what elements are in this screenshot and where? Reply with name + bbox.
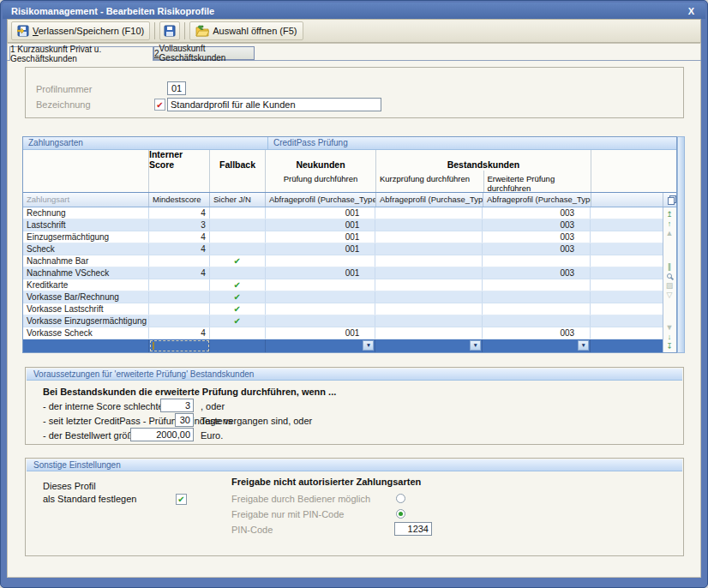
cell-sicher[interactable] xyxy=(210,339,266,352)
cell-filler[interactable] xyxy=(591,291,663,303)
tab-kurzauskunft[interactable]: 1 Kurzauskunft Privat u. Geschäftskunden xyxy=(9,46,153,61)
cell-filler[interactable] xyxy=(591,207,663,219)
sort-icon[interactable]: ▨ xyxy=(663,282,675,290)
cell-erweiterte-profil[interactable]: 003 xyxy=(483,243,591,255)
cell-mindestscore-focused[interactable] xyxy=(149,339,210,352)
cell-mindestscore[interactable] xyxy=(149,255,210,267)
exit-save-button[interactable]: Verlassen/Speichern (F10) xyxy=(11,21,150,40)
col-mindestscore[interactable]: Mindestscore xyxy=(149,193,210,207)
col-abfrageprofil-erw[interactable]: Abfrageprofil (Purchase_Type) xyxy=(483,193,591,207)
cell-sicher[interactable]: ✔ xyxy=(210,255,266,267)
cell-erweiterte-profil[interactable]: ▼ xyxy=(483,339,591,352)
cell-filler[interactable] xyxy=(591,219,663,231)
cell-filler[interactable] xyxy=(591,243,663,255)
last-record-icon[interactable]: ↧ xyxy=(663,343,675,351)
cell-mindestscore[interactable] xyxy=(149,279,210,291)
cell-neukunden-profil[interactable] xyxy=(266,279,376,291)
tab-vollauskunft[interactable]: 2 Vollauskunft Geschäftskunden xyxy=(153,46,255,60)
next-page-icon[interactable]: ↓ xyxy=(663,333,675,341)
cell-kurzpruefung-profil[interactable] xyxy=(375,219,483,231)
cell-mindestscore[interactable] xyxy=(149,315,210,327)
pin-code-input[interactable] xyxy=(394,522,432,536)
rule2-input[interactable] xyxy=(175,413,194,427)
cell-mindestscore[interactable] xyxy=(149,303,210,315)
cell-neukunden-profil[interactable] xyxy=(266,255,376,267)
cell-kurzpruefung-profil[interactable] xyxy=(375,327,483,339)
cell-sicher[interactable] xyxy=(210,327,266,339)
dropdown-button[interactable]: ▼ xyxy=(470,340,481,351)
cell-neukunden-profil[interactable] xyxy=(266,303,376,315)
cell-kurzpruefung-profil[interactable] xyxy=(375,231,483,243)
cell-kurzpruefung-profil[interactable]: ▼ xyxy=(375,339,483,352)
cell-filler[interactable] xyxy=(591,267,663,279)
cell-sicher[interactable] xyxy=(210,231,266,243)
cell-zahlungsart[interactable]: Nachnahme Bar xyxy=(23,255,149,267)
cell-zahlungsart[interactable]: Scheck xyxy=(23,243,149,255)
cell-neukunden-profil[interactable]: 001 xyxy=(266,267,376,279)
cell-kurzpruefung-profil[interactable] xyxy=(375,267,483,279)
cell-kurzpruefung-profil[interactable] xyxy=(375,291,483,303)
close-button[interactable]: X xyxy=(686,6,697,16)
cell-mindestscore[interactable]: 4 xyxy=(149,207,210,219)
cell-sicher[interactable] xyxy=(210,243,266,255)
cell-erweiterte-profil[interactable]: 003 xyxy=(483,231,591,243)
next-record-icon[interactable]: ▼ xyxy=(663,324,675,332)
cell-zahlungsart[interactable]: Nachnahme VScheck xyxy=(23,267,149,279)
cell-filler[interactable] xyxy=(591,255,663,267)
cell-zahlungsart[interactable]: Vorkasse Lastschrift xyxy=(23,303,149,315)
cell-zahlungsart[interactable]: Vorkasse Bar/Rechnung xyxy=(23,291,149,303)
cell-erweiterte-profil[interactable]: 003 xyxy=(483,207,591,219)
cell-sicher[interactable] xyxy=(210,267,266,279)
cell-filler[interactable] xyxy=(591,279,663,291)
copy-button[interactable] xyxy=(663,193,676,207)
rule1-input[interactable] xyxy=(160,399,194,412)
cell-zahlungsart[interactable]: Vorkasse Einzugsermächtigung xyxy=(23,315,149,327)
cell-mindestscore[interactable]: 3 xyxy=(149,219,210,231)
cell-zahlungsart[interactable]: Kreditkarte xyxy=(23,279,149,291)
cell-filler[interactable] xyxy=(591,339,663,352)
profilnummer-input[interactable] xyxy=(167,81,186,95)
cell-neukunden-profil[interactable]: 001 xyxy=(266,207,376,219)
dropdown-button[interactable]: ▼ xyxy=(578,340,589,351)
grid-scrollbar[interactable] xyxy=(677,136,685,353)
cell-kurzpruefung-profil[interactable] xyxy=(375,207,483,219)
filter-icon[interactable]: ▽ xyxy=(663,291,675,299)
save-button[interactable] xyxy=(159,21,180,40)
cell-neukunden-profil[interactable]: 001 xyxy=(266,219,376,231)
prev-page-icon[interactable]: ↑ xyxy=(663,220,675,228)
cell-erweiterte-profil[interactable]: 003 xyxy=(483,219,591,231)
cell-zahlungsart[interactable]: Rechnung xyxy=(23,207,149,219)
first-record-icon[interactable]: ↥ xyxy=(663,211,675,219)
bezeichnung-input[interactable] xyxy=(167,98,381,111)
cell-mindestscore[interactable]: 4 xyxy=(149,231,210,243)
cell-erweiterte-profil[interactable] xyxy=(483,291,591,303)
cell-sicher[interactable]: ✔ xyxy=(210,279,266,291)
cell-mindestscore[interactable]: 4 xyxy=(149,267,210,279)
cell-sicher[interactable]: ✔ xyxy=(210,315,266,327)
cell-kurzpruefung-profil[interactable] xyxy=(375,303,483,315)
col-sicher[interactable]: Sicher J/N xyxy=(210,193,266,207)
prev-record-icon[interactable]: ▲ xyxy=(663,230,675,237)
release-option1-radio[interactable] xyxy=(396,494,405,503)
cell-filler[interactable] xyxy=(591,315,663,327)
cell-filler[interactable] xyxy=(591,303,663,315)
cell-neukunden-profil[interactable]: 001 xyxy=(266,327,376,339)
release-option2-radio[interactable] xyxy=(396,509,405,519)
cell-sicher[interactable] xyxy=(210,207,266,219)
cell-erweiterte-profil[interactable] xyxy=(483,279,591,291)
dropdown-button[interactable]: ▼ xyxy=(363,340,374,351)
cell-neukunden-profil[interactable] xyxy=(266,291,376,303)
cell-kurzpruefung-profil[interactable] xyxy=(375,315,483,327)
cell-kurzpruefung-profil[interactable] xyxy=(375,279,483,291)
cell-neukunden-profil[interactable] xyxy=(266,315,376,327)
cell-mindestscore[interactable]: 4 xyxy=(149,243,210,255)
cell-erweiterte-profil[interactable] xyxy=(483,315,591,327)
cell-zahlungsart[interactable]: Vorkasse Scheck xyxy=(23,327,149,339)
cell-erweiterte-profil[interactable] xyxy=(483,255,591,267)
cell-neukunden-profil[interactable]: 001 xyxy=(266,231,376,243)
cell-filler[interactable] xyxy=(591,231,663,243)
cell-erweiterte-profil[interactable]: 003 xyxy=(483,327,591,339)
col-abfrageprofil-neu[interactable]: Abfrageprofil (Purchase_Type) xyxy=(266,193,376,207)
cell-kurzpruefung-profil[interactable] xyxy=(375,255,483,267)
open-selection-button[interactable]: Auswahl öffnen (F5) xyxy=(189,21,303,40)
